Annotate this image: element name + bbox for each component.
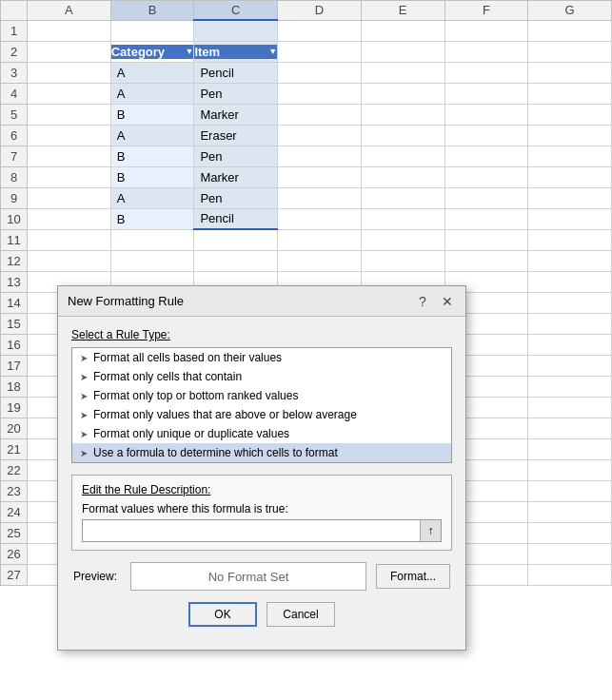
cell-d6[interactable] [278,125,362,146]
cell-e8[interactable] [361,166,444,187]
cell-a5[interactable] [28,104,111,125]
cell-f2[interactable] [444,41,528,62]
cell-e5[interactable] [361,104,444,125]
cell-f1[interactable] [444,20,528,41]
cell-a8[interactable] [28,166,111,187]
cell-d7[interactable] [278,146,362,166]
cell-g1[interactable] [528,20,612,41]
dialog-help-button[interactable]: ? [414,293,431,310]
row-header: 13 [1,271,28,292]
formula-expand-button[interactable]: ↑ [420,520,441,541]
cell-d9[interactable] [278,187,362,208]
cell-b7[interactable]: B [110,146,194,166]
col-header-b[interactable]: B [110,1,194,21]
cell-d8[interactable] [278,166,362,187]
cell-e7[interactable] [361,146,444,166]
cell-c10[interactable]: Pencil [194,208,278,229]
cell-f9[interactable] [444,187,528,208]
cell-a6[interactable] [28,125,111,146]
cell-b9[interactable]: A [110,187,194,208]
rule-type-item-2[interactable]: ➤ Format only top or bottom ranked value… [72,386,451,405]
cell-a7[interactable] [28,146,111,166]
format-button[interactable]: Format... [376,564,450,589]
col-header-f[interactable]: F [444,1,528,21]
cell-a10[interactable] [28,208,111,229]
ok-button[interactable]: OK [188,602,257,627]
cell-g7[interactable] [528,146,612,166]
cell-e9[interactable] [361,187,444,208]
rule-type-list: ➤ Format all cells based on their values… [71,347,452,463]
col-header-e[interactable]: E [361,1,444,21]
cell-g6[interactable] [528,125,612,146]
col-header-g[interactable]: G [528,1,612,21]
rule-type-item-4[interactable]: ➤ Format only unique or duplicate values [72,424,451,443]
cell-c9[interactable]: Pen [194,187,278,208]
cell-a2[interactable] [28,41,111,62]
cell-c5[interactable]: Marker [194,104,278,125]
cell-c3[interactable]: Pencil [194,62,278,83]
cancel-button[interactable]: Cancel [267,602,335,627]
cell-f6[interactable] [444,125,528,146]
row-header: 1 [1,20,28,41]
cell-g2[interactable] [528,41,612,62]
cell-c2-header[interactable]: Item ▼ [194,41,278,62]
formula-input[interactable] [83,520,420,541]
cell-f3[interactable] [444,62,528,83]
cell-b10[interactable]: B [110,208,194,229]
formula-label: Format values where this formula is true… [82,502,442,515]
rule-type-item-5[interactable]: ➤ Use a formula to determine which cells… [72,443,451,462]
cell-c1[interactable] [194,20,278,41]
rule-type-label-3: Format only values that are above or bel… [93,408,357,421]
col-header-c[interactable]: C [194,1,278,21]
row-header: 3 [1,62,28,83]
cell-d5[interactable] [278,104,362,125]
item-filter-icon[interactable]: ▼ [268,47,277,56]
cell-g4[interactable] [528,83,612,104]
category-filter-icon[interactable]: ▼ [185,47,193,56]
cell-f7[interactable] [444,146,528,166]
cell-e4[interactable] [361,83,444,104]
cell-a1[interactable] [28,20,111,41]
cell-c8[interactable]: Marker [194,166,278,187]
cell-b8[interactable]: B [110,166,194,187]
row-header: 5 [1,104,28,125]
rule-type-item-0[interactable]: ➤ Format all cells based on their values [72,348,451,367]
dialog-titlebar: New Formatting Rule ? ✕ [58,286,465,317]
cell-b5[interactable]: B [110,104,194,125]
cell-e2[interactable] [361,41,444,62]
cell-c4[interactable]: Pen [194,83,278,104]
cell-e10[interactable] [361,208,444,229]
cell-g3[interactable] [528,62,612,83]
rule-type-item-1[interactable]: ➤ Format only cells that contain [72,367,451,386]
cell-d2[interactable] [278,41,362,62]
cell-c6[interactable]: Eraser [194,125,278,146]
cell-b1[interactable] [110,20,194,41]
cell-b2-header[interactable]: Category ▼ [110,41,194,62]
cell-f4[interactable] [444,83,528,104]
cell-e1[interactable] [361,20,444,41]
cell-f5[interactable] [444,104,528,125]
cell-g5[interactable] [528,104,612,125]
col-header-a[interactable]: A [28,1,111,21]
rule-type-item-3[interactable]: ➤ Format only values that are above or b… [72,405,451,424]
cell-f10[interactable] [444,208,528,229]
cell-e6[interactable] [361,125,444,146]
cell-c7[interactable]: Pen [194,146,278,166]
cell-g8[interactable] [528,166,612,187]
cell-b6[interactable]: A [110,125,194,146]
col-header-d[interactable]: D [278,1,362,21]
cell-b4[interactable]: A [110,83,194,104]
cell-a9[interactable] [28,187,111,208]
cell-f8[interactable] [444,166,528,187]
cell-d4[interactable] [278,83,362,104]
cell-d10[interactable] [278,208,362,229]
cell-g9[interactable] [528,187,612,208]
cell-d3[interactable] [278,62,362,83]
cell-a3[interactable] [28,62,111,83]
cell-a4[interactable] [28,83,111,104]
cell-b3[interactable]: A [110,62,194,83]
cell-e3[interactable] [361,62,444,83]
cell-g10[interactable] [528,208,612,229]
cell-d1[interactable] [278,20,362,41]
dialog-close-button[interactable]: ✕ [439,293,456,310]
